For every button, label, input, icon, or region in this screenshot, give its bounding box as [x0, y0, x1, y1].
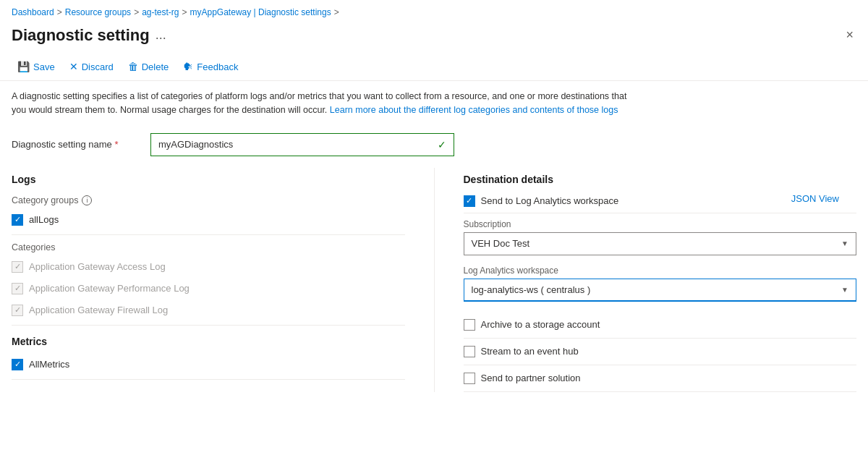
category-firewall-log-row: Application Gateway Firewall Log [12, 303, 405, 318]
two-column-layout: Logs Category groups i allLogs Categorie… [0, 168, 868, 392]
allMetrics-row: AllMetrics [12, 357, 405, 372]
left-column: Logs Category groups i allLogs Categorie… [12, 168, 435, 392]
category-groups-label: Category groups i [12, 195, 405, 205]
info-icon[interactable]: i [82, 195, 92, 205]
workspace-group: Log Analytics workspace log-analytics-ws… [464, 266, 857, 302]
setting-name-input-wrapper: myAGDiagnostics ✓ [150, 133, 454, 156]
metrics-divider [12, 379, 405, 380]
subscription-dropdown-arrow: ▼ [841, 239, 848, 247]
discard-label: Discard [82, 61, 114, 72]
save-icon: 💾 [17, 61, 30, 72]
event-hub-label[interactable]: Stream to an event hub [481, 346, 579, 357]
breadcrumb: Dashboard > Resource groups > ag-test-rg… [0, 0, 868, 22]
event-hub-checkbox[interactable] [464, 346, 475, 357]
breadcrumb-myappgateway[interactable]: myAppGateway | Diagnostic settings [190, 7, 331, 17]
firewall-log-checkbox [12, 305, 23, 316]
allMetrics-checkbox[interactable] [12, 359, 23, 370]
delete-button[interactable]: 🗑 Delete [122, 57, 175, 76]
description-bar: A diagnostic setting specifies a list of… [0, 81, 651, 126]
setting-name-input[interactable]: myAGDiagnostics ✓ [150, 133, 454, 156]
form-section: Diagnostic setting name * myAGDiagnostic… [0, 126, 868, 156]
logs-section-title: Logs [12, 174, 405, 185]
storage-row: Archive to a storage account [464, 312, 857, 339]
workspace-dropdown[interactable]: log-analytics-ws ( centralus ) ▼ [464, 279, 857, 302]
access-log-checkbox [12, 261, 23, 273]
discard-icon: ✕ [69, 61, 78, 72]
setting-name-label: Diagnostic setting name * [12, 139, 142, 150]
performance-log-label: Application Gateway Performance Log [29, 283, 190, 294]
json-view-link[interactable]: JSON View [791, 193, 839, 204]
page-title: Diagnostic setting [12, 26, 150, 45]
workspace-label: Log Analytics workspace [464, 266, 857, 276]
partner-checkbox[interactable] [464, 373, 475, 384]
breadcrumb-sep2: > [134, 7, 139, 17]
subscription-label: Subscription [464, 219, 857, 229]
breadcrumb-ag-test-rg[interactable]: ag-test-rg [142, 7, 179, 17]
firewall-log-label: Application Gateway Firewall Log [29, 305, 168, 315]
allMetrics-label[interactable]: AllMetrics [29, 359, 69, 370]
close-button[interactable]: × [843, 25, 856, 46]
breadcrumb-sep1: > [57, 7, 62, 17]
toolbar: 💾 Save ✕ Discard 🗑 Delete 🗣 Feedback [0, 53, 868, 81]
allLogs-checkbox[interactable] [12, 214, 23, 226]
breadcrumb-sep4: > [334, 7, 339, 17]
breadcrumb-resource-groups[interactable]: Resource groups [65, 7, 131, 17]
partner-row: Send to partner solution [464, 365, 857, 392]
category-access-log-row: Application Gateway Access Log [12, 260, 405, 274]
feedback-icon: 🗣 [183, 61, 193, 72]
category-performance-log-row: Application Gateway Performance Log [12, 281, 405, 296]
log-analytics-checkbox[interactable] [464, 195, 475, 207]
feedback-label: Feedback [197, 61, 238, 72]
delete-icon: 🗑 [128, 61, 138, 72]
required-star: * [114, 139, 118, 150]
breadcrumb-dashboard[interactable]: Dashboard [12, 7, 54, 17]
access-log-label: Application Gateway Access Log [29, 261, 166, 272]
performance-log-checkbox [12, 283, 23, 294]
storage-checkbox[interactable] [464, 319, 475, 331]
log-analytics-label[interactable]: Send to Log Analytics workspace [481, 195, 619, 206]
breadcrumb-sep3: > [182, 7, 187, 17]
subscription-group: Subscription VEH Doc Test ▼ [464, 219, 857, 255]
allLogs-label[interactable]: allLogs [29, 214, 59, 225]
event-hub-row: Stream to an event hub [464, 339, 857, 365]
save-label: Save [33, 61, 55, 72]
subscription-dropdown[interactable]: VEH Doc Test ▼ [464, 232, 857, 255]
allLogs-row: allLogs [12, 213, 405, 227]
logs-divider [12, 234, 405, 235]
save-button[interactable]: 💾 Save [12, 57, 61, 76]
categories-label: Categories [12, 242, 405, 252]
workspace-value: log-analytics-ws ( centralus ) [472, 284, 591, 295]
setting-name-row: Diagnostic setting name * myAGDiagnostic… [12, 133, 856, 156]
delete-label: Delete [142, 61, 169, 72]
partner-label[interactable]: Send to partner solution [481, 373, 581, 383]
destination-section-title: Destination details [464, 174, 857, 185]
valid-checkmark: ✓ [438, 139, 446, 150]
metrics-section-title: Metrics [12, 336, 405, 347]
learn-more-link[interactable]: Learn more about the different log categ… [330, 105, 618, 115]
feedback-button[interactable]: 🗣 Feedback [177, 57, 244, 76]
page-header: Diagnostic setting ... × [0, 22, 868, 53]
discard-button[interactable]: ✕ Discard [64, 57, 119, 76]
subscription-value: VEH Doc Test [472, 238, 530, 249]
page-title-ellipsis[interactable]: ... [156, 27, 166, 43]
categories-divider [12, 325, 405, 326]
storage-label[interactable]: Archive to a storage account [481, 319, 600, 330]
workspace-dropdown-arrow: ▼ [841, 286, 848, 294]
